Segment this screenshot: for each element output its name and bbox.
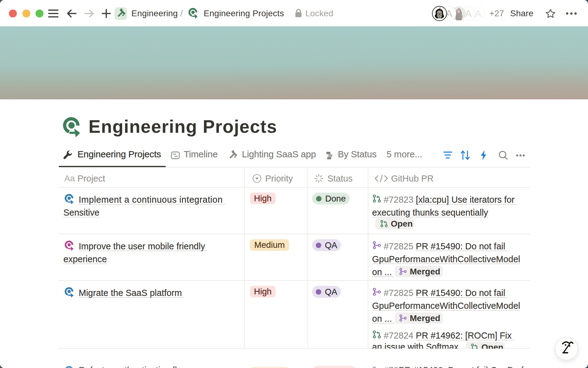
- svg-text:A: A: [475, 8, 482, 19]
